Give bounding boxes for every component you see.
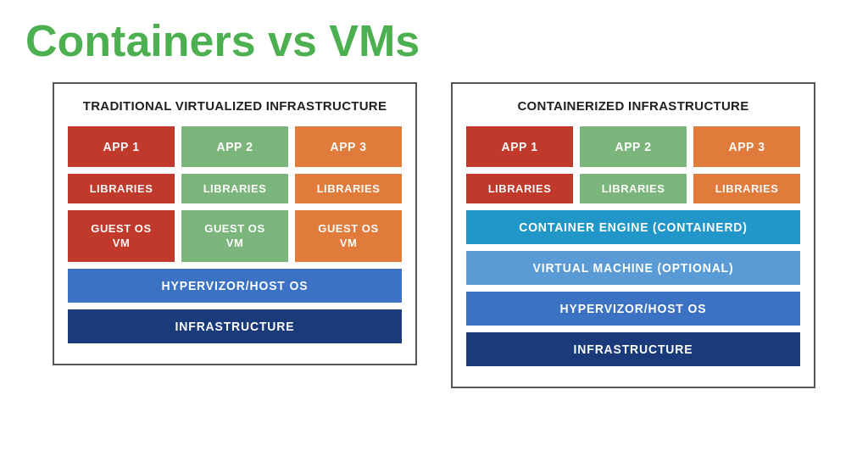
left-guest3: GUEST OSVM — [295, 210, 402, 263]
right-container-engine: CONTAINER ENGINE (CONTAINERD) — [466, 210, 800, 244]
left-hypervisor: HYPERVIZOR/HOST OS — [68, 269, 402, 303]
left-lib2: LIBRARIES — [181, 174, 288, 203]
right-hypervisor: HYPERVIZOR/HOST OS — [466, 292, 800, 326]
diagrams-container: TRADITIONAL VIRTUALIZED INFRASTRUCTURE A… — [25, 82, 843, 388]
left-lib3: LIBRARIES — [295, 174, 402, 203]
left-diagram-title: TRADITIONAL VIRTUALIZED INFRASTRUCTURE — [68, 97, 402, 114]
right-diagram-title: CONTAINERIZED INFRASTRUCTURE — [466, 97, 800, 114]
right-lib2: LIBRARIES — [580, 174, 687, 203]
right-diagram: CONTAINERIZED INFRASTRUCTURE APP 1 APP 2… — [451, 82, 815, 388]
right-apps-row: APP 1 APP 2 APP 3 — [466, 126, 800, 167]
right-lib1: LIBRARIES — [466, 174, 573, 203]
right-app2: APP 2 — [580, 126, 687, 167]
left-lib1: LIBRARIES — [68, 174, 175, 203]
left-guest2: GUEST OSVM — [181, 210, 288, 263]
left-apps-row: APP 1 APP 2 APP 3 — [68, 126, 402, 167]
left-app2: APP 2 — [181, 126, 288, 167]
right-lib3: LIBRARIES — [693, 174, 800, 203]
page-title: Containers vs VMs — [25, 17, 843, 65]
left-guests-row: GUEST OSVM GUEST OSVM GUEST OSVM — [68, 210, 402, 263]
left-infrastructure: INFRASTRUCTURE — [68, 309, 402, 343]
left-app3: APP 3 — [295, 126, 402, 167]
right-app1: APP 1 — [466, 126, 573, 167]
right-virtual-machine: VIRTUAL MACHINE (OPTIONAL) — [466, 251, 800, 285]
right-app3: APP 3 — [693, 126, 800, 167]
right-libraries-row: LIBRARIES LIBRARIES LIBRARIES — [466, 174, 800, 203]
left-guest1: GUEST OSVM — [68, 210, 175, 263]
right-infrastructure: INFRASTRUCTURE — [466, 332, 800, 366]
left-diagram: TRADITIONAL VIRTUALIZED INFRASTRUCTURE A… — [53, 82, 417, 365]
left-libraries-row: LIBRARIES LIBRARIES LIBRARIES — [68, 174, 402, 203]
left-app1: APP 1 — [68, 126, 175, 167]
